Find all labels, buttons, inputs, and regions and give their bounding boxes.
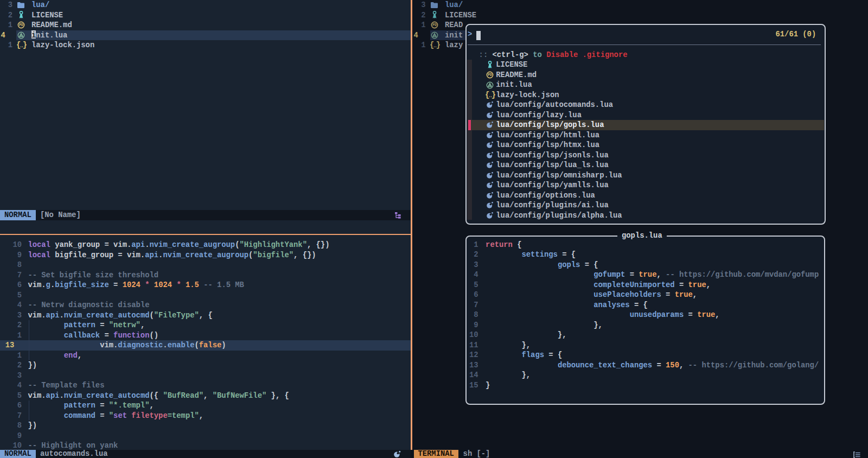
svg-text:PD: PD (432, 23, 437, 27)
svg-text:PD: PD (488, 73, 492, 77)
